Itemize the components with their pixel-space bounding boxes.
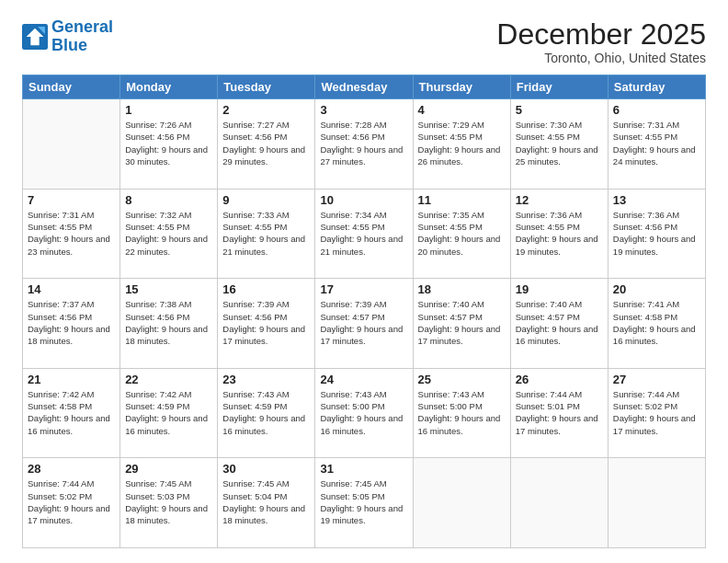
col-wednesday: Wednesday xyxy=(315,75,413,99)
day-number: 15 xyxy=(125,282,212,296)
calendar-week-row: 1 Sunrise: 7:26 AM Sunset: 4:56 PM Dayli… xyxy=(23,99,706,190)
table-row xyxy=(23,99,120,190)
location: Toronto, Ohio, United States xyxy=(496,51,706,65)
table-row: 25 Sunrise: 7:43 AM Sunset: 5:00 PM Dayl… xyxy=(413,368,510,458)
table-row: 5 Sunrise: 7:30 AM Sunset: 4:55 PM Dayli… xyxy=(510,99,608,190)
day-info: Sunrise: 7:35 AM Sunset: 4:55 PM Dayligh… xyxy=(418,209,506,258)
table-row: 20 Sunrise: 7:41 AM Sunset: 4:58 PM Dayl… xyxy=(608,279,705,369)
table-row: 13 Sunrise: 7:36 AM Sunset: 4:56 PM Dayl… xyxy=(608,189,705,279)
table-row: 16 Sunrise: 7:39 AM Sunset: 4:56 PM Dayl… xyxy=(218,279,315,369)
calendar-week-row: 28 Sunrise: 7:44 AM Sunset: 5:02 PM Dayl… xyxy=(23,458,706,548)
table-row: 18 Sunrise: 7:40 AM Sunset: 4:57 PM Dayl… xyxy=(413,279,510,369)
col-friday: Friday xyxy=(510,75,608,99)
day-number: 9 xyxy=(222,193,310,207)
table-row: 7 Sunrise: 7:31 AM Sunset: 4:55 PM Dayli… xyxy=(23,189,120,279)
month-title: December 2025 xyxy=(496,18,706,51)
table-row: 27 Sunrise: 7:44 AM Sunset: 5:02 PM Dayl… xyxy=(608,368,705,458)
day-number: 6 xyxy=(613,103,700,117)
day-info: Sunrise: 7:40 AM Sunset: 4:57 PM Dayligh… xyxy=(516,298,603,347)
day-number: 20 xyxy=(613,282,700,296)
table-row: 2 Sunrise: 7:27 AM Sunset: 4:56 PM Dayli… xyxy=(218,99,315,190)
table-row: 22 Sunrise: 7:42 AM Sunset: 4:59 PM Dayl… xyxy=(120,368,218,458)
col-thursday: Thursday xyxy=(413,75,510,99)
table-row: 6 Sunrise: 7:31 AM Sunset: 4:55 PM Dayli… xyxy=(608,99,705,190)
day-number: 30 xyxy=(222,462,310,476)
table-row: 17 Sunrise: 7:39 AM Sunset: 4:57 PM Dayl… xyxy=(315,279,413,369)
day-info: Sunrise: 7:34 AM Sunset: 4:55 PM Dayligh… xyxy=(320,209,407,258)
table-row: 10 Sunrise: 7:34 AM Sunset: 4:55 PM Dayl… xyxy=(315,189,413,279)
title-block: December 2025 Toronto, Ohio, United Stat… xyxy=(496,18,706,65)
day-number: 10 xyxy=(320,193,407,207)
day-info: Sunrise: 7:39 AM Sunset: 4:56 PM Dayligh… xyxy=(222,298,310,347)
logo-text: General Blue xyxy=(51,18,113,55)
day-number: 31 xyxy=(320,462,407,476)
table-row: 9 Sunrise: 7:33 AM Sunset: 4:55 PM Dayli… xyxy=(218,189,315,279)
calendar-week-row: 21 Sunrise: 7:42 AM Sunset: 4:58 PM Dayl… xyxy=(23,368,706,458)
day-info: Sunrise: 7:32 AM Sunset: 4:55 PM Dayligh… xyxy=(125,209,212,258)
table-row: 8 Sunrise: 7:32 AM Sunset: 4:55 PM Dayli… xyxy=(120,189,218,279)
day-number: 21 xyxy=(28,373,115,386)
table-row: 31 Sunrise: 7:45 AM Sunset: 5:05 PM Dayl… xyxy=(315,458,413,548)
day-number: 12 xyxy=(516,193,603,207)
col-tuesday: Tuesday xyxy=(218,75,315,99)
day-info: Sunrise: 7:31 AM Sunset: 4:55 PM Dayligh… xyxy=(28,209,115,258)
day-number: 16 xyxy=(222,282,310,296)
day-number: 23 xyxy=(222,373,310,386)
day-number: 22 xyxy=(125,373,212,386)
col-saturday: Saturday xyxy=(608,75,705,99)
logo: General Blue xyxy=(22,18,113,55)
logo-line1: General xyxy=(51,17,113,36)
day-number: 27 xyxy=(613,373,700,386)
logo-line2: Blue xyxy=(51,37,113,55)
day-info: Sunrise: 7:39 AM Sunset: 4:57 PM Dayligh… xyxy=(320,298,407,347)
calendar-week-row: 7 Sunrise: 7:31 AM Sunset: 4:55 PM Dayli… xyxy=(23,189,706,279)
logo-icon xyxy=(22,24,48,50)
col-sunday: Sunday xyxy=(23,75,120,99)
table-row: 21 Sunrise: 7:42 AM Sunset: 4:58 PM Dayl… xyxy=(23,368,120,458)
table-row: 24 Sunrise: 7:43 AM Sunset: 5:00 PM Dayl… xyxy=(315,368,413,458)
page: General Blue December 2025 Toronto, Ohio… xyxy=(0,0,728,563)
day-info: Sunrise: 7:40 AM Sunset: 4:57 PM Dayligh… xyxy=(418,298,506,347)
table-row: 30 Sunrise: 7:45 AM Sunset: 5:04 PM Dayl… xyxy=(218,458,315,548)
day-number: 14 xyxy=(28,282,115,296)
table-row xyxy=(510,458,608,548)
day-info: Sunrise: 7:42 AM Sunset: 4:58 PM Dayligh… xyxy=(28,388,115,437)
day-info: Sunrise: 7:26 AM Sunset: 4:56 PM Dayligh… xyxy=(125,119,212,167)
day-number: 11 xyxy=(418,193,506,207)
day-info: Sunrise: 7:45 AM Sunset: 5:05 PM Dayligh… xyxy=(320,477,407,526)
table-row: 19 Sunrise: 7:40 AM Sunset: 4:57 PM Dayl… xyxy=(510,279,608,369)
day-info: Sunrise: 7:30 AM Sunset: 4:55 PM Dayligh… xyxy=(516,119,603,167)
day-number: 26 xyxy=(516,373,603,386)
day-info: Sunrise: 7:33 AM Sunset: 4:55 PM Dayligh… xyxy=(222,209,310,258)
table-row: 1 Sunrise: 7:26 AM Sunset: 4:56 PM Dayli… xyxy=(120,99,218,190)
col-monday: Monday xyxy=(120,75,218,99)
day-info: Sunrise: 7:43 AM Sunset: 4:59 PM Dayligh… xyxy=(222,388,310,437)
day-info: Sunrise: 7:31 AM Sunset: 4:55 PM Dayligh… xyxy=(613,119,700,167)
day-info: Sunrise: 7:45 AM Sunset: 5:03 PM Dayligh… xyxy=(125,477,212,526)
day-info: Sunrise: 7:44 AM Sunset: 5:01 PM Dayligh… xyxy=(516,388,603,437)
table-row: 15 Sunrise: 7:38 AM Sunset: 4:56 PM Dayl… xyxy=(120,279,218,369)
day-info: Sunrise: 7:45 AM Sunset: 5:04 PM Dayligh… xyxy=(222,477,310,526)
table-row: 29 Sunrise: 7:45 AM Sunset: 5:03 PM Dayl… xyxy=(120,458,218,548)
day-number: 28 xyxy=(28,462,115,476)
calendar-week-row: 14 Sunrise: 7:37 AM Sunset: 4:56 PM Dayl… xyxy=(23,279,706,369)
day-info: Sunrise: 7:41 AM Sunset: 4:58 PM Dayligh… xyxy=(613,298,700,347)
header: General Blue December 2025 Toronto, Ohio… xyxy=(22,18,706,65)
day-info: Sunrise: 7:44 AM Sunset: 5:02 PM Dayligh… xyxy=(28,477,115,526)
day-info: Sunrise: 7:36 AM Sunset: 4:55 PM Dayligh… xyxy=(516,209,603,258)
day-number: 3 xyxy=(320,103,407,117)
day-number: 25 xyxy=(418,373,506,386)
table-row: 23 Sunrise: 7:43 AM Sunset: 4:59 PM Dayl… xyxy=(218,368,315,458)
day-number: 29 xyxy=(125,462,212,476)
day-number: 1 xyxy=(125,103,212,117)
calendar-header-row: Sunday Monday Tuesday Wednesday Thursday… xyxy=(23,75,706,99)
day-info: Sunrise: 7:36 AM Sunset: 4:56 PM Dayligh… xyxy=(613,209,700,258)
day-info: Sunrise: 7:29 AM Sunset: 4:55 PM Dayligh… xyxy=(418,119,506,167)
day-info: Sunrise: 7:37 AM Sunset: 4:56 PM Dayligh… xyxy=(28,298,115,347)
table-row: 3 Sunrise: 7:28 AM Sunset: 4:56 PM Dayli… xyxy=(315,99,413,190)
day-number: 5 xyxy=(516,103,603,117)
day-number: 2 xyxy=(222,103,310,117)
day-info: Sunrise: 7:43 AM Sunset: 5:00 PM Dayligh… xyxy=(418,388,506,437)
day-number: 17 xyxy=(320,282,407,296)
table-row xyxy=(608,458,705,548)
